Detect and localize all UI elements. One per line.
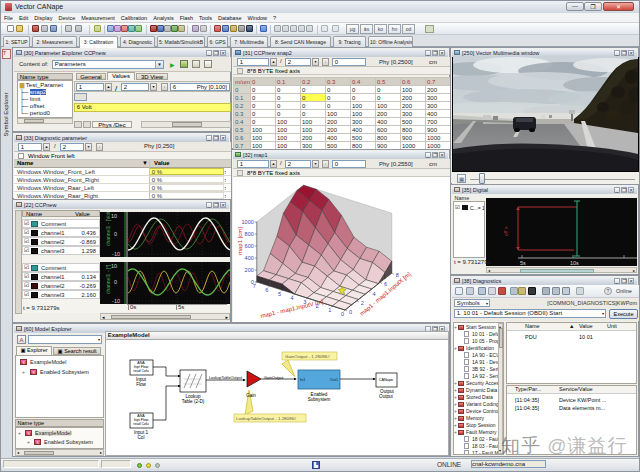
svg-text:600: 600: [245, 243, 254, 249]
svg-text:Out1: Out1: [330, 378, 338, 382]
svg-text:0: 0: [114, 231, 117, 237]
svg-text:7: 7: [253, 283, 256, 289]
svg-text:off >: off >: [503, 226, 509, 236]
svg-text:10: 10: [111, 213, 117, 219]
svg-text:read Colu: read Colu: [133, 369, 149, 373]
svg-text:8: 8: [396, 272, 399, 278]
svg-text:1: 1: [328, 307, 331, 313]
svg-text:channel1 - [*]: channel1 - [*]: [105, 264, 111, 294]
svg-text:0: 0: [349, 309, 352, 315]
svg-text:400: 400: [245, 255, 254, 261]
svg-text:0: 0: [341, 311, 344, 317]
svg-text:10: 10: [111, 263, 117, 269]
svg-text:6: 6: [384, 281, 387, 287]
svg-text:200: 200: [245, 267, 254, 273]
svg-text:CANape: CANape: [379, 378, 393, 382]
svg-text:800: 800: [245, 231, 254, 237]
svg-text:LookupTableOutput: LookupTableOutput: [209, 376, 243, 380]
svg-text:Output: Output: [379, 394, 394, 399]
svg-text:10s: 10s: [570, 260, 579, 266]
svg-text:4: 4: [372, 291, 375, 297]
svg-text:LookupTableOutput - 1.28096#: LookupTableOutput - 1.28096#: [236, 416, 297, 421]
svg-text:Col: Col: [138, 435, 145, 440]
svg-text:Subsystem: Subsystem: [308, 397, 331, 402]
svg-text:In1: In1: [300, 378, 305, 382]
svg-text:2: 2: [361, 300, 364, 306]
svg-text:GainOutput: GainOutput: [264, 376, 284, 380]
svg-text:6: 6: [265, 287, 268, 293]
svg-text:5s: 5s: [520, 260, 526, 266]
svg-text:map1 [cm]: map1 [cm]: [237, 227, 243, 255]
svg-text:GainOutput - 1.28096#: GainOutput - 1.28096#: [285, 354, 330, 359]
svg-text:5: 5: [278, 291, 281, 297]
svg-text:Gain: Gain: [246, 393, 256, 398]
svg-text:Flow: Flow: [136, 382, 146, 387]
svg-text:0: 0: [114, 279, 117, 285]
svg-text:channel1 - [Volt]: channel1 - [Volt]: [105, 212, 111, 246]
svg-text:Table (2-D): Table (2-D): [182, 399, 205, 404]
svg-text:-10: -10: [112, 251, 120, 257]
svg-text:1000: 1000: [242, 219, 254, 225]
svg-text:read Colu: read Colu: [133, 422, 149, 426]
svg-text:4: 4: [291, 295, 294, 301]
